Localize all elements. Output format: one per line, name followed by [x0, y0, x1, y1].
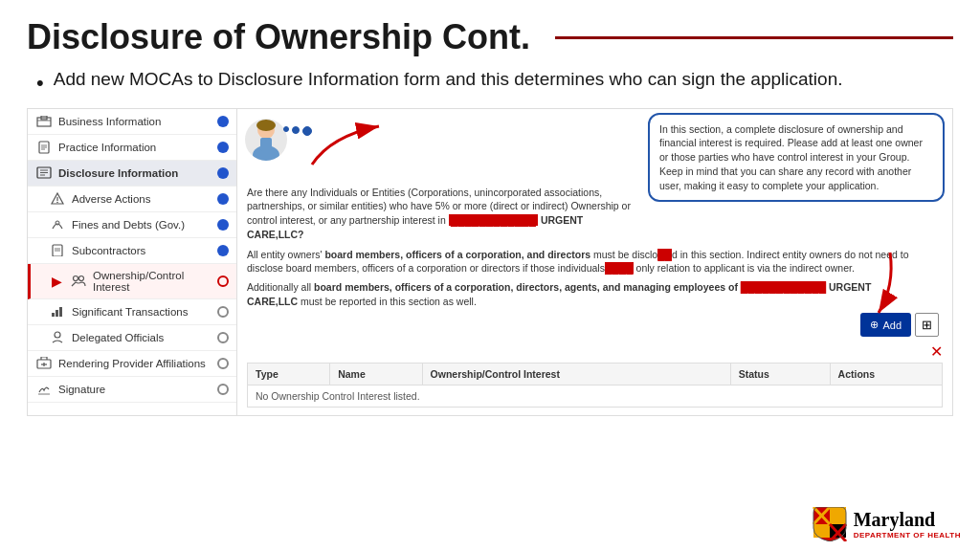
svg-point-22 [55, 332, 60, 338]
col-actions: Actions [830, 364, 942, 386]
sidebar-item-significant-transactions[interactable]: Significant Transactions [28, 299, 236, 325]
svg-rect-29 [260, 138, 272, 151]
arrow-icon: ▶ [52, 274, 62, 289]
tooltip-text: In this section, a complete disclosure o… [659, 123, 923, 191]
grid-view-button[interactable]: ⊞ [915, 313, 939, 337]
delegated-officials-icon [49, 331, 66, 344]
status-dot-business-info [217, 116, 229, 127]
status-dot-ownership-control [217, 276, 229, 287]
title-divider [555, 36, 953, 39]
slide-title-area: Disclosure of Ownership Cont. [27, 17, 953, 57]
bullet-section: • Add new MOCAs to Disclosure Informatio… [27, 67, 953, 99]
adverse-actions-icon [49, 192, 66, 206]
maryland-crab-icon [810, 507, 850, 541]
svg-rect-0 [37, 118, 51, 126]
bullet-dot: • [36, 69, 44, 99]
svg-point-17 [74, 276, 78, 281]
table-close-button[interactable]: ✕ [930, 342, 943, 361]
col-ownership: Ownership/Control Interest [422, 364, 730, 386]
sidebar-item-disclosure-info[interactable]: Disclosure Information [28, 161, 236, 187]
status-dot-adverse-actions [217, 193, 229, 205]
sidebar-label-adverse-actions: Adverse Actions [72, 193, 212, 205]
svg-point-18 [79, 276, 84, 281]
main-panel: In this section, a complete disclosure o… [237, 108, 953, 417]
body-text-1: All entity owners' board members, office… [247, 248, 943, 276]
sidebar-item-business-info[interactable]: Business Information [28, 109, 236, 135]
subcontractors-icon [49, 244, 66, 257]
bullet-text: Add new MOCAs to Disclosure Information … [54, 67, 843, 93]
svg-point-12 [56, 202, 58, 204]
sidebar: Business Information Practice Informatio… [27, 108, 237, 417]
status-dot-significant-transactions [217, 306, 229, 318]
sidebar-item-rendering-provider[interactable]: Rendering Provider Affiliations [28, 351, 236, 377]
sidebar-item-delegated-officials[interactable]: Delegated Officials [28, 325, 236, 351]
business-info-icon [35, 115, 53, 128]
svg-rect-21 [59, 307, 62, 317]
empty-message: No Ownership Control Interest listed. [248, 386, 943, 408]
status-dot-fines-debts [217, 219, 229, 231]
add-button-label: Add [882, 320, 902, 331]
avatar [245, 119, 287, 161]
svg-rect-35 [813, 524, 830, 538]
status-dot-practice-info [217, 142, 229, 153]
sidebar-item-ownership-control[interactable]: ▶ Ownership/Control Interest [28, 264, 236, 299]
sidebar-item-fines-debts[interactable]: Fines and Debts (Gov.) [28, 212, 236, 238]
maryland-dept: DEPARTMENT OF HEALTH [854, 531, 961, 540]
status-dot-subcontractors [217, 245, 229, 256]
status-dot-signature [217, 384, 229, 395]
tooltip-bubble: In this section, a complete disclosure o… [648, 113, 945, 202]
speech-dots [283, 126, 312, 136]
svg-rect-20 [56, 310, 58, 317]
disclosure-info-icon [35, 166, 53, 180]
content-area: Business Information Practice Informatio… [27, 108, 953, 417]
add-button-area: ⊕ Add ⊞ [247, 313, 939, 337]
slide-container: Disclosure of Ownership Cont. • Add new … [0, 0, 980, 551]
speech-dot-2 [292, 126, 300, 134]
svg-point-30 [256, 120, 276, 131]
sidebar-label-delegated-officials: Delegated Officials [72, 332, 212, 343]
status-dot-delegated-officials [217, 332, 229, 343]
add-button[interactable]: ⊕ Add [860, 313, 911, 337]
rendering-provider-icon [35, 357, 53, 370]
main-text-area: Are there any Individuals or Entities (C… [247, 186, 943, 408]
speech-dot-3 [302, 126, 312, 136]
ownership-table: Type Name Ownership/Control Interest Sta… [247, 363, 943, 408]
significant-transactions-icon [49, 305, 66, 319]
plus-icon: ⊕ [870, 319, 879, 331]
speech-dot-1 [283, 126, 289, 132]
sidebar-label-fines-debts: Fines and Debts (Gov.) [72, 219, 212, 231]
maryland-name: Maryland [854, 509, 961, 531]
sidebar-label-disclosure-info: Disclosure Information [58, 167, 212, 179]
practice-info-icon [35, 141, 53, 154]
status-dot-rendering-provider [217, 358, 229, 369]
signature-icon [35, 383, 53, 396]
col-status: Status [730, 364, 830, 386]
svg-rect-34 [830, 507, 846, 524]
maryland-text-area: Maryland DEPARTMENT OF HEALTH [854, 509, 961, 540]
body-text-2: Additionally all board members, officers… [247, 280, 943, 308]
avatar-area [245, 119, 302, 176]
col-name: Name [330, 364, 422, 386]
sidebar-item-practice-info[interactable]: Practice Information [28, 135, 236, 161]
fines-debts-icon [49, 218, 66, 231]
bullet-item: • Add new MOCAs to Disclosure Informatio… [36, 67, 953, 99]
maryland-logo: Maryland DEPARTMENT OF HEALTH [810, 507, 961, 541]
sidebar-item-subcontractors[interactable]: Subcontractors [28, 238, 236, 264]
grid-icon: ⊞ [922, 318, 932, 332]
sidebar-label-signature: Signature [58, 384, 212, 395]
sidebar-label-practice-info: Practice Information [58, 142, 212, 153]
red-arrow-1-svg [302, 117, 389, 169]
page-title: Disclosure of Ownership Cont. [27, 17, 530, 57]
sidebar-label-significant-transactions: Significant Transactions [72, 306, 212, 318]
sidebar-item-signature[interactable]: Signature [28, 377, 236, 403]
sidebar-label-rendering-provider: Rendering Provider Affiliations [58, 358, 212, 369]
svg-rect-19 [52, 313, 55, 317]
status-dot-disclosure-info [217, 167, 229, 179]
sidebar-label-business-info: Business Information [58, 116, 212, 127]
ownership-control-icon [70, 275, 87, 288]
col-type: Type [248, 364, 330, 386]
sidebar-item-adverse-actions[interactable]: Adverse Actions [28, 187, 236, 212]
sidebar-label-ownership-control: Ownership/Control Interest [93, 270, 212, 293]
table-container: ✕ Type Name Ownership/Control Interest S… [247, 342, 943, 408]
sidebar-label-subcontractors: Subcontractors [72, 245, 212, 256]
